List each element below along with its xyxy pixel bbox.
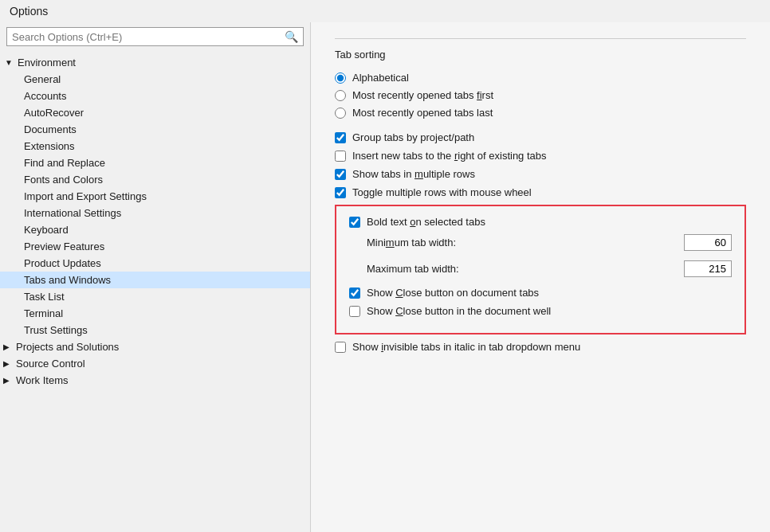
separator-top bbox=[335, 38, 746, 39]
radio-recent-first-input[interactable] bbox=[335, 90, 346, 101]
min-tab-width-input[interactable] bbox=[684, 234, 732, 251]
radio-most-recent-first: Most recently opened tabs first bbox=[335, 89, 746, 101]
tree-item-terminal[interactable]: Terminal bbox=[0, 305, 310, 322]
search-icon: 🔍 bbox=[285, 30, 298, 43]
tree-item-extensions[interactable]: Extensions bbox=[0, 138, 310, 155]
tab-sorting-radio-group: Alphabetical Most recently opened tabs f… bbox=[335, 72, 746, 119]
radio-recent-last-label: Most recently opened tabs last bbox=[352, 107, 493, 119]
tree-item-tabs-windows[interactable]: Tabs and Windows bbox=[0, 272, 310, 288]
cb-invisible-tabs: Show invisible tabs in italic in tab dro… bbox=[335, 341, 746, 353]
search-box[interactable]: 🔍 bbox=[6, 27, 304, 46]
left-panel: 🔍 ▼ Environment General Accounts AutoRec… bbox=[0, 22, 311, 532]
highlight-box: Bold text on selected tabs Minimum tab w… bbox=[335, 205, 746, 334]
tree-item-fonts-colors[interactable]: Fonts and Colors bbox=[0, 171, 310, 188]
cb-bold-text-label: Bold text on selected tabs bbox=[367, 216, 485, 228]
search-input[interactable] bbox=[12, 31, 285, 43]
cb-close-doc-well-input[interactable] bbox=[349, 306, 360, 317]
tree-item-keyboard[interactable]: Keyboard bbox=[0, 221, 310, 238]
radio-alphabetical-input[interactable] bbox=[335, 72, 346, 84]
cb-show-multiple-rows: Show tabs in multiple rows bbox=[335, 168, 746, 180]
cb-invisible-tabs-label: Show invisible tabs in italic in tab dro… bbox=[352, 341, 580, 353]
title-text: Options bbox=[10, 5, 48, 18]
radio-alphabetical: Alphabetical bbox=[335, 72, 746, 84]
source-control-label: Source Control bbox=[16, 358, 85, 370]
cb-insert-tabs-input[interactable] bbox=[335, 151, 346, 162]
radio-alphabetical-label: Alphabetical bbox=[352, 72, 409, 84]
max-tab-width-input[interactable] bbox=[684, 260, 732, 277]
tree-source-control[interactable]: ▶ Source Control bbox=[0, 355, 310, 372]
cb-multiple-rows-label: Show tabs in multiple rows bbox=[352, 168, 475, 180]
tree-projects-solutions[interactable]: ▶ Projects and Solutions bbox=[0, 338, 310, 355]
cb-group-tabs-input[interactable] bbox=[335, 132, 346, 143]
cb-toggle-multiple-rows: Toggle multiple rows with mouse wheel bbox=[335, 186, 746, 198]
min-tab-width-row: Minimum tab width: bbox=[367, 234, 732, 251]
cb-group-tabs-label: Group tabs by project/path bbox=[352, 131, 474, 143]
max-tab-width-label: Maximum tab width: bbox=[367, 263, 684, 275]
expand-icon-wi: ▶ bbox=[3, 376, 13, 385]
min-tab-width-label: Minimum tab width: bbox=[367, 237, 684, 248]
tree-item-trust[interactable]: Trust Settings bbox=[0, 322, 310, 338]
tree-environment[interactable]: ▼ Environment bbox=[0, 54, 310, 71]
tree-item-import-export[interactable]: Import and Export Settings bbox=[0, 188, 310, 205]
tab-sorting-title: Tab sorting bbox=[335, 49, 746, 61]
env-label: Environment bbox=[18, 57, 76, 68]
cb-close-doc-tabs-label: Show Close button on document tabs bbox=[367, 287, 539, 299]
tree-item-accounts[interactable]: Accounts bbox=[0, 88, 310, 104]
radio-recent-first-label: Most recently opened tabs first bbox=[352, 89, 493, 101]
expand-icon: ▶ bbox=[3, 342, 13, 351]
work-items-label: Work Items bbox=[16, 374, 69, 386]
tree-item-general[interactable]: General bbox=[0, 71, 310, 88]
options-window: Options 🔍 ▼ Environment General Accounts bbox=[0, 0, 770, 532]
tree-item-find-replace[interactable]: Find and Replace bbox=[0, 155, 310, 171]
cb-toggle-rows-label: Toggle multiple rows with mouse wheel bbox=[352, 186, 532, 198]
tree-work-items[interactable]: ▶ Work Items bbox=[0, 372, 310, 389]
right-panel: Tab sorting Alphabetical Most recently o… bbox=[311, 22, 770, 532]
collapse-icon: ▼ bbox=[5, 58, 14, 67]
tree-item-international[interactable]: International Settings bbox=[0, 205, 310, 221]
cb-toggle-rows-input[interactable] bbox=[335, 187, 346, 198]
radio-recent-last-input[interactable] bbox=[335, 108, 346, 119]
tree: ▼ Environment General Accounts AutoRecov… bbox=[0, 51, 310, 532]
tree-item-autorecover[interactable]: AutoRecover bbox=[0, 104, 310, 121]
cb-close-doc-well-label: Show Close button in the document well bbox=[367, 305, 551, 317]
cb-close-doc-tabs-input[interactable] bbox=[349, 288, 360, 299]
expand-icon-sc: ▶ bbox=[3, 359, 13, 368]
cb-invisible-tabs-input[interactable] bbox=[335, 342, 346, 353]
cb-insert-new-tabs: Insert new tabs to the right of existing… bbox=[335, 150, 746, 162]
cb-insert-tabs-label: Insert new tabs to the right of existing… bbox=[352, 150, 547, 162]
tree-item-product-updates[interactable]: Product Updates bbox=[0, 255, 310, 272]
cb-multiple-rows-input[interactable] bbox=[335, 169, 346, 180]
cb-show-close-doc-tabs: Show Close button on document tabs bbox=[349, 287, 732, 299]
cb-show-close-doc-well: Show Close button in the document well bbox=[349, 305, 732, 317]
window-title: Options bbox=[0, 0, 770, 22]
radio-most-recent-last: Most recently opened tabs last bbox=[335, 107, 746, 119]
tree-item-task-list[interactable]: Task List bbox=[0, 288, 310, 305]
cb-group-tabs: Group tabs by project/path bbox=[335, 131, 746, 143]
cb-bold-text-input[interactable] bbox=[349, 217, 360, 228]
cb-bold-text: Bold text on selected tabs bbox=[349, 216, 732, 228]
max-tab-width-row: Maximum tab width: bbox=[367, 260, 732, 277]
projects-label: Projects and Solutions bbox=[16, 341, 119, 353]
main-content: 🔍 ▼ Environment General Accounts AutoRec… bbox=[0, 22, 770, 532]
tree-item-preview[interactable]: Preview Features bbox=[0, 238, 310, 255]
tree-item-documents[interactable]: Documents bbox=[0, 121, 310, 138]
